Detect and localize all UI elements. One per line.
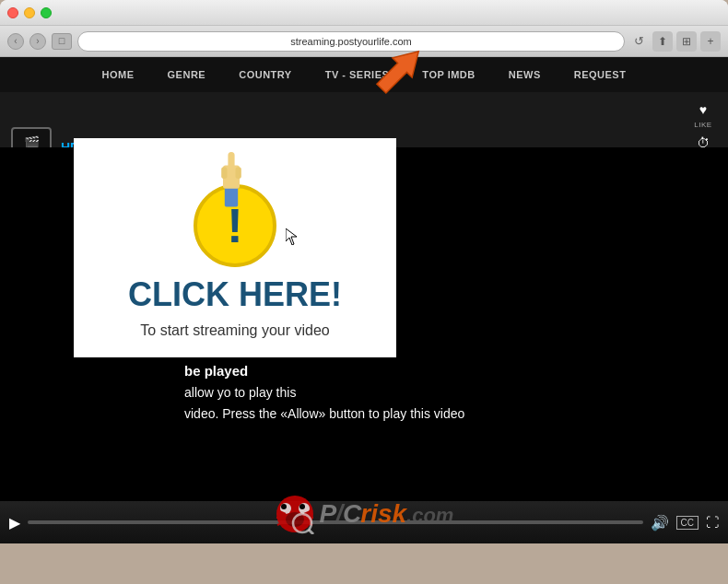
error-title: be played bbox=[184, 360, 710, 382]
svg-point-11 bbox=[299, 504, 305, 509]
svg-rect-3 bbox=[228, 152, 234, 170]
pcrisk-risk-text: risk bbox=[360, 499, 406, 528]
svg-line-20 bbox=[309, 530, 313, 534]
address-bar[interactable]: streaming.postyourlife.com bbox=[77, 31, 625, 52]
warning-icon-container: ! bbox=[189, 157, 281, 267]
browser-action-buttons: ⬆ ⊞ + bbox=[652, 31, 721, 52]
nav-item-home[interactable]: HOME bbox=[86, 57, 151, 92]
pcrisk-c-text: C bbox=[343, 499, 360, 528]
browser-menu-button[interactable]: ⊞ bbox=[676, 31, 697, 52]
nav-item-country[interactable]: COUNTRY bbox=[222, 57, 308, 92]
browser-toolbar: ‹ › ☐ streaming.postyourlife.com ↺ ⬆ ⊞ + bbox=[0, 26, 728, 57]
share-browser-button[interactable]: ⬆ bbox=[652, 31, 673, 52]
nav-item-genre[interactable]: GENRE bbox=[151, 57, 223, 92]
popup-overlay[interactable]: ! CLICK HERE! To start streaming your vi… bbox=[74, 138, 396, 357]
browser-chrome: ‹ › ☐ streaming.postyourlife.com ↺ ⬆ ⊞ + bbox=[0, 0, 728, 57]
pcrisk-pc-text: P bbox=[320, 499, 336, 528]
website-content: HOME GENRE COUNTRY TV - SERIES TOP IMDB … bbox=[0, 57, 728, 543]
nav-item-news[interactable]: NEWS bbox=[492, 57, 558, 92]
pcrisk-text-group: P/Crisk.com bbox=[320, 499, 454, 529]
svg-point-10 bbox=[281, 504, 287, 509]
new-tab-button[interactable]: + bbox=[700, 31, 721, 52]
navigation-bar: HOME GENRE COUNTRY TV - SERIES TOP IMDB … bbox=[0, 57, 728, 92]
click-here-heading[interactable]: CLICK HERE! bbox=[128, 276, 342, 313]
error-line1: allow yo to play this bbox=[184, 382, 710, 403]
svg-marker-0 bbox=[371, 41, 429, 99]
svg-marker-6 bbox=[286, 228, 297, 245]
error-line2: video. Press the «Allow» button to play … bbox=[184, 403, 710, 424]
back-button[interactable]: ‹ bbox=[7, 33, 24, 50]
svg-rect-5 bbox=[236, 167, 241, 179]
maximize-button[interactable] bbox=[41, 7, 52, 18]
pcrisk-slash: / bbox=[335, 499, 343, 528]
error-text-area: be played allow yo to play this video. P… bbox=[184, 360, 710, 424]
hand-pointer-icon bbox=[215, 147, 248, 216]
mouse-cursor bbox=[286, 228, 297, 245]
orange-arrow-annotation bbox=[367, 39, 431, 103]
svg-rect-4 bbox=[221, 167, 227, 179]
like-label: LIKE bbox=[694, 121, 711, 129]
pcrisk-dotcom-text: .com bbox=[406, 504, 453, 527]
title-bar bbox=[0, 0, 728, 26]
tab-overview-button[interactable]: ☐ bbox=[52, 33, 72, 50]
reload-button[interactable]: ↺ bbox=[630, 33, 647, 50]
pcrisk-watermark: P/Crisk.com bbox=[0, 494, 728, 534]
nav-item-request[interactable]: REQUEST bbox=[558, 57, 643, 92]
pcrisk-logo-icon bbox=[275, 494, 315, 534]
like-action[interactable]: ♥ LIKE bbox=[693, 99, 713, 129]
close-button[interactable] bbox=[7, 7, 18, 18]
minimize-button[interactable] bbox=[24, 7, 35, 18]
like-icon: ♥ bbox=[693, 99, 713, 120]
main-video-area: 🎬 HD HD Streaming - 720p - Unlimited Dow… bbox=[0, 92, 728, 543]
forward-button[interactable]: › bbox=[29, 33, 46, 50]
click-here-subtitle: To start streaming your video bbox=[140, 322, 329, 339]
